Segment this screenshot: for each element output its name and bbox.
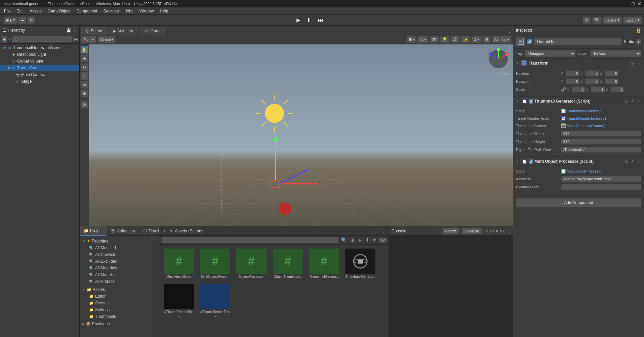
layers-dropdown[interactable]: Layers ▾	[603, 16, 622, 24]
file-item-objthumb[interactable]: # ObjectThumbnail...	[271, 247, 305, 280]
menu-gameobject[interactable]: GameObject	[45, 8, 73, 14]
menu-file[interactable]: File	[1, 8, 13, 14]
console-menu-btn[interactable]: ⋮	[506, 229, 510, 233]
tab-animation[interactable]: 🎬 Animation	[107, 226, 139, 236]
object-name-input[interactable]	[534, 38, 622, 45]
fav-item-allexcluded[interactable]: 🔍 All Excluded	[80, 258, 159, 265]
asset-item-thumbnails[interactable]: 📁 Thumbnails	[80, 313, 159, 320]
tree-item-thumbgen[interactable]: ▼ ⬡ ThumbGen	[0, 65, 79, 71]
asset-item-editor[interactable]: 📁 Editor	[80, 293, 159, 300]
scene-panel-menu-btn[interactable]: ⋮	[508, 30, 512, 35]
file-item-multiobj[interactable]: # MultiObjectProce...	[198, 247, 232, 280]
cloud-btn[interactable]: ☁	[18, 16, 27, 24]
console-content[interactable]	[389, 236, 513, 337]
add-component-button[interactable]: Add Component	[516, 198, 641, 208]
multiobj-script-header[interactable]: ▼ 📄 Multi Object Processor (Script) ⊙ ↗ …	[513, 157, 644, 166]
window-controls[interactable]: ─ □ ✕	[626, 1, 641, 6]
tab-game[interactable]: 🎮 Game	[139, 27, 167, 35]
audio-btn[interactable]: 🔊	[450, 36, 460, 43]
layer-dropdown[interactable]: Default	[590, 50, 641, 57]
pause-button[interactable]: ⏸	[304, 16, 315, 24]
transform-options-btn[interactable]: ⊙	[630, 61, 635, 66]
fav-item-allmodels[interactable]: 🔍 All Models	[80, 271, 159, 278]
transform-tool-btn[interactable]: ⊕	[80, 89, 88, 98]
scale-y-input[interactable]	[591, 86, 605, 92]
script-link[interactable]: 📄 ThumbnailGenerator	[561, 109, 641, 113]
asset-item-scenes[interactable]: 📁 Scenes	[80, 300, 159, 306]
menu-edit[interactable]: Edit	[14, 8, 26, 14]
hierarchy-search-input[interactable]	[12, 36, 73, 43]
asset-item-packages[interactable]: ▶ 📦 Packages	[80, 321, 159, 327]
file-item-thumbgen[interactable]: # ThumbnailGenera...	[307, 247, 341, 280]
fb-add-btn[interactable]: +	[162, 228, 167, 234]
tab-scene[interactable]: ⬡ Scene	[81, 27, 107, 35]
file-item-thumbrendertex1[interactable]: ≡ThumbRenderTex...	[162, 283, 196, 319]
console-collapse-btn[interactable]: Collapse	[462, 228, 482, 234]
scale-z-input[interactable]	[610, 86, 625, 92]
tree-item-globalvol[interactable]: ⬡ Global Volume	[0, 58, 79, 65]
2d-btn[interactable]: 2D	[430, 36, 439, 43]
scale-lock-icon[interactable]: 🔗	[561, 87, 566, 92]
fb-info-btn[interactable]: ℹ	[365, 237, 370, 243]
thumbgen-options-btn[interactable]: ⊙	[624, 99, 629, 104]
multiobj-menu-btn[interactable]: ⋮	[636, 159, 641, 164]
fav-item-allconflicts[interactable]: 🔍 All Conflicts	[80, 251, 159, 258]
collab-btn[interactable]: ⚙	[27, 16, 35, 24]
rot-z-input[interactable]	[605, 78, 619, 84]
tag-dropdown[interactable]: Untagged	[525, 50, 576, 57]
breadcrumb-assets[interactable]: Assets	[175, 229, 187, 233]
layout-dropdown[interactable]: Layout ▾	[623, 16, 642, 24]
hand-tool-btn[interactable]: ✋	[80, 46, 88, 54]
thumbcam-link[interactable]: 📷 Main Camera (Camera)	[561, 123, 641, 128]
multiobj-link-btn[interactable]: ↗	[630, 159, 635, 164]
scale-x-input[interactable]	[571, 86, 586, 92]
thumbgen-menu-btn[interactable]: ⋮	[636, 99, 641, 104]
close-btn[interactable]: ✕	[637, 1, 641, 6]
menu-assets[interactable]: Assets	[27, 8, 44, 14]
hierarchy-menu-btn[interactable]: ⋮	[73, 28, 77, 33]
pos-x-input[interactable]	[566, 70, 580, 76]
transform-menu-btn[interactable]: ⋮	[636, 61, 641, 66]
scale-tool-btn[interactable]: ⤢	[80, 72, 88, 80]
render-mode-btn[interactable]: ⬡ ▾	[418, 36, 429, 43]
tree-item-directional[interactable]: ☀ Directional Light	[0, 51, 79, 58]
fx-btn[interactable]: ✨	[461, 36, 470, 43]
fav-item-allmodified[interactable]: 🔍 All Modified	[80, 245, 159, 251]
rendertex-link[interactable]: 🖼 ThumbRenderTexture51	[561, 116, 641, 121]
maximize-btn[interactable]: □	[632, 1, 635, 6]
console-clear-btn[interactable]: Clear ▾	[442, 228, 459, 234]
rot-x-input[interactable]	[566, 78, 580, 84]
scene-gizmo[interactable]: Y X Z	[487, 47, 510, 71]
tree-item-maincam[interactable]: 📷 Main Camera	[0, 71, 79, 78]
favorites-header[interactable]: ▼ ★ Favorites	[80, 238, 159, 245]
fb-search-btn[interactable]: 🔍	[340, 237, 348, 243]
rotate-tool-btn[interactable]: ↻	[80, 63, 88, 71]
custom-tool-btn[interactable]: ⊙	[80, 101, 88, 109]
thumbwidth-input[interactable]	[561, 130, 641, 137]
menu-component[interactable]: Component	[74, 8, 100, 14]
step-button[interactable]: ⏭	[315, 16, 326, 24]
rect-tool-btn[interactable]: ▭	[80, 81, 88, 89]
hierarchy-filter-btn[interactable]: ⊞	[74, 37, 78, 42]
menu-jobs[interactable]: Jobs	[122, 8, 136, 14]
move-tool-btn[interactable]: ✛	[80, 54, 88, 63]
account-btn[interactable]: ◉ L ▾	[3, 16, 17, 24]
exportpath-input[interactable]	[561, 147, 641, 153]
fb-filter2-btn[interactable]: 🏷	[357, 237, 364, 243]
asset-item-settings[interactable]: 📁 Settings	[80, 306, 159, 313]
thumbgen-script-header[interactable]: ▼ 📄 Thumbnail Generator (Script) ⊙ ↗ ⋮	[513, 97, 644, 106]
play-button[interactable]: ▶	[294, 16, 303, 24]
scene-settings-btn[interactable]: ⚙	[483, 36, 491, 43]
tab-animator[interactable]: ▶ Animator	[108, 27, 138, 35]
inspector-lock-btn[interactable]: 🔓	[636, 28, 641, 33]
transform-header[interactable]: ▼ Transform ⊙ ⋮	[513, 59, 644, 68]
lighting-btn[interactable]: 💡	[440, 36, 449, 43]
menu-services[interactable]: Services	[100, 8, 121, 14]
pos-y-input[interactable]	[585, 70, 599, 76]
hierarchy-add-btn[interactable]: +	[1, 36, 7, 43]
pivot-dropdown[interactable]: Pivot ▾	[81, 36, 96, 43]
tab-project[interactable]: 📁 Project	[80, 226, 107, 236]
search-btn[interactable]: 🔍	[592, 16, 602, 24]
assetdir-input[interactable]	[561, 176, 641, 182]
tree-item-scene[interactable]: ▼ ⬡ ThumbnailGeneratorScene ⋮	[0, 44, 79, 51]
